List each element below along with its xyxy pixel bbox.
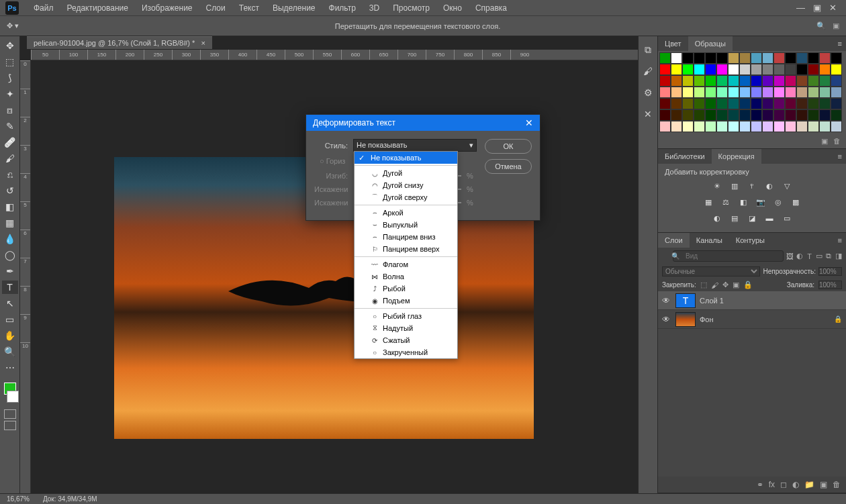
swatch[interactable]: [728, 121, 739, 132]
adjustment-layer-icon[interactable]: ◐: [792, 480, 799, 489]
move-tool[interactable]: ✥: [2, 39, 18, 52]
blur-tool[interactable]: 💧: [2, 232, 18, 246]
cancel-button[interactable]: Отмена: [485, 159, 532, 174]
dropdown-item[interactable]: ⌒Дугой сверху: [355, 191, 457, 203]
swatch[interactable]: [705, 121, 716, 132]
tab-layers[interactable]: Слои: [658, 233, 690, 248]
swatch[interactable]: [671, 75, 682, 87]
swatch[interactable]: [808, 98, 819, 109]
new-swatch-icon[interactable]: ▣: [821, 137, 828, 146]
swatch[interactable]: [682, 121, 694, 132]
maximize-icon[interactable]: ▣: [813, 3, 821, 13]
swatch[interactable]: [716, 52, 728, 64]
lasso-tool[interactable]: ⟆: [2, 71, 18, 85]
opacity-input[interactable]: [818, 267, 842, 276]
swatch[interactable]: [751, 87, 762, 98]
swatch[interactable]: [716, 109, 728, 121]
swatch[interactable]: [705, 98, 716, 109]
swatch[interactable]: [659, 121, 671, 132]
swatch[interactable]: [831, 98, 842, 109]
workspace-icon[interactable]: ▣: [833, 21, 839, 30]
swatch[interactable]: [659, 64, 671, 75]
swatch[interactable]: [694, 98, 705, 109]
swatch[interactable]: [773, 87, 785, 98]
swatch[interactable]: [785, 52, 796, 64]
visibility-icon[interactable]: 👁: [662, 296, 671, 305]
swatch[interactable]: [796, 64, 808, 75]
swatch[interactable]: [785, 121, 796, 132]
swatch[interactable]: [773, 75, 785, 87]
curves-icon[interactable]: ⫯: [746, 180, 758, 192]
bw-icon[interactable]: ◧: [737, 196, 749, 208]
swatch[interactable]: [659, 109, 671, 121]
swatch[interactable]: [796, 52, 808, 64]
search-icon[interactable]: 🔍: [816, 21, 826, 30]
dropdown-item[interactable]: ⌢Аркой: [355, 207, 457, 219]
swatch[interactable]: [751, 109, 762, 121]
poster-icon[interactable]: ▤: [728, 212, 741, 224]
swatch[interactable]: [819, 64, 831, 75]
gradient-tool[interactable]: ▦: [2, 216, 18, 230]
ok-button[interactable]: ОК: [485, 139, 532, 154]
swatch[interactable]: [682, 87, 694, 98]
dropdown-item[interactable]: ○Рыбий глаз: [355, 310, 457, 322]
menu-help[interactable]: Справка: [469, 3, 514, 13]
lut-icon[interactable]: ▩: [790, 196, 802, 208]
menu-3d[interactable]: 3D: [363, 3, 386, 13]
swatch[interactable]: [808, 75, 819, 87]
swatch[interactable]: [773, 98, 785, 109]
swatch[interactable]: [762, 87, 773, 98]
swatch[interactable]: [819, 121, 831, 132]
dodge-tool[interactable]: ◯: [2, 248, 18, 262]
swatch[interactable]: [785, 98, 796, 109]
swatch[interactable]: [808, 64, 819, 75]
layer-name[interactable]: Слой 1: [700, 297, 724, 305]
swatch[interactable]: [762, 52, 773, 64]
filter-image-icon[interactable]: 🖼: [786, 251, 794, 262]
swatch[interactable]: [671, 52, 682, 64]
swatch[interactable]: [819, 109, 831, 121]
swatch[interactable]: [831, 64, 842, 75]
swatch[interactable]: [705, 52, 716, 64]
swatch[interactable]: [751, 98, 762, 109]
swatch[interactable]: [796, 98, 808, 109]
swatch[interactable]: [808, 87, 819, 98]
fx-icon[interactable]: fx: [769, 480, 775, 489]
orient-horizontal-radio[interactable]: Гориз: [320, 157, 345, 165]
swatch[interactable]: [705, 75, 716, 87]
tab-adjustments[interactable]: Коррекция: [712, 149, 761, 164]
swatch[interactable]: [716, 64, 728, 75]
swatch[interactable]: [739, 64, 751, 75]
dropdown-item[interactable]: ⤴Рыбой: [355, 283, 457, 295]
swatch[interactable]: [773, 121, 785, 132]
dropdown-item[interactable]: ⋈Волна: [355, 270, 457, 283]
swatches-grid[interactable]: [658, 51, 846, 134]
dropdown-item[interactable]: ◠Дугой снизу: [355, 179, 457, 191]
brush-preset-icon[interactable]: 🖌: [641, 64, 655, 78]
dropdown-item[interactable]: ◡Дугой: [355, 167, 457, 179]
style-dropdown[interactable]: Не показывать◡Дугой◠Дугой снизу⌒Дугой св…: [354, 151, 458, 359]
menu-select[interactable]: Выделение: [266, 3, 322, 13]
dropdown-item[interactable]: ◉Подъем: [355, 295, 457, 307]
document-tab[interactable]: pelican-901004.jpg @ 16,7% (Слой 1, RGB/…: [27, 36, 212, 49]
swatch[interactable]: [694, 87, 705, 98]
dropdown-item[interactable]: ⚐Панцирем вверх: [355, 243, 457, 255]
swatch[interactable]: [682, 64, 694, 75]
move-tool-icon[interactable]: ✥ ▾: [7, 21, 19, 30]
quickmask-icon[interactable]: [4, 409, 16, 419]
filter-adjust-icon[interactable]: ◐: [796, 251, 803, 262]
swatch[interactable]: [694, 64, 705, 75]
balance-icon[interactable]: ⚖: [720, 196, 732, 208]
dropdown-item[interactable]: 〰Флагом: [355, 258, 457, 270]
lock-brush-icon[interactable]: 🖌: [711, 281, 718, 289]
swatch[interactable]: [671, 109, 682, 121]
swatch[interactable]: [785, 64, 796, 75]
swatch[interactable]: [716, 121, 728, 132]
eyedropper-tool[interactable]: ✎: [2, 119, 18, 133]
swatch[interactable]: [659, 52, 671, 64]
swatch[interactable]: [762, 98, 773, 109]
swatch[interactable]: [728, 98, 739, 109]
style-select[interactable]: Не показывать ▾: [353, 139, 477, 152]
lock-pos-icon[interactable]: ✥: [722, 281, 728, 289]
swatch[interactable]: [671, 87, 682, 98]
